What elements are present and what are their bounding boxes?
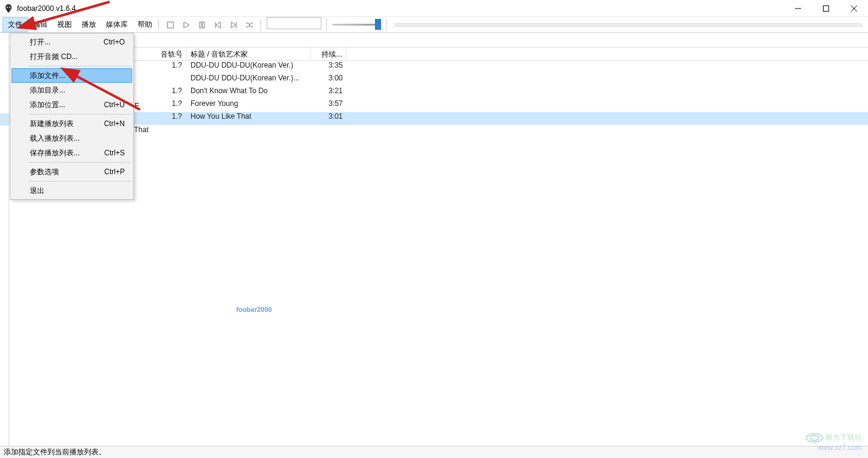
maximize-button[interactable] [812, 0, 840, 17]
menu-separator [29, 162, 131, 163]
table-row[interactable]: 1.? How You Like That 3:01 [9, 112, 868, 125]
toolbar-separator [261, 19, 262, 30]
window-controls [784, 0, 868, 17]
cell-title: How You Like That [187, 112, 311, 125]
cell-track-no: 1.? [154, 61, 187, 74]
menu-help[interactable]: 帮助 [133, 17, 157, 32]
playback-toolbar [161, 17, 259, 32]
cell-title: Don't Know What To Do [187, 86, 311, 99]
menu-label: 打开... [30, 37, 51, 48]
cell-track-no: 1.? [154, 112, 187, 125]
menu-label: 添加目录... [30, 85, 65, 96]
corner-watermark: 极光下载站 www.xz7.com [805, 432, 862, 452]
menu-shortcut: Ctrl+N [104, 119, 132, 128]
status-text: 添加指定文件到当前播放列表。 [4, 447, 106, 457]
col-title-artist[interactable]: 标题 / 音轨艺术家 [187, 48, 311, 60]
file-menu-dropdown: 打开...Ctrl+O 打开音频 CD... 添加文件... 添加目录... 添… [10, 33, 134, 200]
cell-track-no: 1.? [154, 86, 187, 99]
toolbar-separator [326, 19, 327, 30]
menu-save-playlist[interactable]: 保存播放列表...Ctrl+S [12, 146, 132, 160]
svg-point-15 [810, 435, 819, 440]
svg-rect-7 [203, 22, 205, 28]
title-bar: foobar2000 v1.6.4 [0, 0, 868, 17]
next-icon[interactable] [229, 20, 239, 30]
table-row[interactable]: 1.? Don't Know What To Do 3:21 [9, 86, 868, 99]
menu-shortcut: Ctrl+O [103, 38, 132, 46]
window-title: foobar2000 v1.6.4 [17, 4, 76, 13]
menu-view[interactable]: 视图 [52, 17, 77, 32]
center-watermark: foobar2000 [236, 306, 272, 313]
app-icon [4, 4, 13, 13]
cell-track-no: 1.? [154, 99, 187, 112]
prev-icon[interactable] [213, 20, 223, 30]
menu-edit[interactable]: 编辑 [28, 17, 52, 32]
cell-title: DDU-DU DDU-DU(Korean Ver.)... [187, 74, 311, 86]
col-duration[interactable]: 持续... [311, 48, 346, 60]
svg-rect-1 [824, 5, 829, 11]
menu-shortcut: Ctrl+S [104, 149, 132, 157]
cell-duration: 3:35 [311, 61, 346, 74]
playlist-tabs[interactable]: E [9, 33, 868, 48]
menu-label: 保存播放列表... [30, 148, 80, 158]
menu-preferences[interactable]: 参数选项Ctrl+P [12, 164, 132, 179]
menu-shortcut: Ctrl+U [104, 100, 132, 109]
main-panel: E 音轨号 标题 / 音轨艺术家 持续... 1.? DDU-DU DDU-DU… [9, 33, 868, 446]
status-bar: 添加指定文件到当前播放列表。 [0, 446, 868, 458]
toolbar-separator [386, 19, 387, 30]
menu-label: 添加位置... [30, 100, 65, 110]
toolbar-separator [158, 19, 159, 30]
svg-marker-5 [184, 22, 189, 28]
row-peek: That [134, 125, 149, 134]
cell-duration: 3:21 [311, 86, 346, 99]
menu-add-folder[interactable]: 添加目录... [12, 83, 132, 97]
menu-open-audio-cd[interactable]: 打开音频 CD... [12, 49, 132, 64]
cell-duration: 3:00 [311, 74, 346, 86]
menu-label: 添加文件... [30, 71, 65, 81]
cell-title: DDU-DU DDU-DU(Korean Ver.) [187, 61, 311, 74]
volume-slider[interactable] [332, 17, 381, 32]
menu-open[interactable]: 打开...Ctrl+O [12, 35, 132, 49]
sidebar-selection[interactable] [0, 113, 9, 125]
svg-rect-6 [200, 22, 201, 28]
seek-bar[interactable] [388, 17, 868, 32]
playback-order-dropdown[interactable] [267, 17, 321, 29]
menu-separator [29, 66, 131, 66]
menu-load-playlist[interactable]: 载入播放列表... [12, 131, 132, 146]
watermark-line2: www.xz7.com [817, 443, 862, 452]
menu-bar: 文件 编辑 视图 播放 媒体库 帮助 [0, 17, 868, 33]
menu-label: 退出 [30, 186, 44, 196]
playlist-body: 1.? DDU-DU DDU-DU(Korean Ver.) 3:35 DDU-… [9, 61, 868, 125]
menu-library[interactable]: 媒体库 [101, 17, 133, 32]
pause-icon[interactable] [197, 20, 207, 30]
svg-marker-10 [231, 22, 236, 28]
sidebar [0, 33, 9, 446]
col-track-no[interactable]: 音轨号 [154, 48, 187, 60]
random-icon[interactable] [245, 20, 254, 30]
tab-peek: E [135, 102, 139, 110]
menu-shortcut: Ctrl+P [104, 167, 132, 176]
playlist-header: 音轨号 标题 / 音轨艺术家 持续... [9, 48, 868, 61]
volume-thumb[interactable] [375, 19, 381, 30]
cell-duration: 3:57 [311, 99, 346, 112]
menu-play[interactable]: 播放 [77, 17, 101, 32]
play-icon[interactable] [181, 20, 191, 30]
menu-add-files[interactable]: 添加文件... [12, 68, 132, 83]
stop-icon[interactable] [166, 20, 175, 30]
menu-label: 载入播放列表... [30, 133, 80, 144]
menu-new-playlist[interactable]: 新建播放列表Ctrl+N [12, 116, 132, 131]
table-row[interactable]: 1.? DDU-DU DDU-DU(Korean Ver.) 3:35 [9, 61, 868, 74]
menu-separator [29, 114, 131, 114]
menu-exit[interactable]: 退出 [12, 183, 132, 198]
menu-file[interactable]: 文件 [2, 17, 28, 32]
menu-separator [29, 181, 131, 181]
menu-add-location[interactable]: 添加位置...Ctrl+U [12, 97, 132, 112]
table-row[interactable]: DDU-DU DDU-DU(Korean Ver.)... 3:00 [9, 74, 868, 86]
minimize-button[interactable] [784, 0, 812, 17]
cell-track-no [154, 74, 187, 86]
cell-duration: 3:01 [311, 112, 346, 125]
watermark-line1: 极光下载站 [825, 433, 862, 442]
menu-label: 参数选项 [30, 167, 59, 177]
svg-rect-4 [167, 22, 173, 28]
menu-label: 打开音频 CD... [30, 52, 78, 62]
close-button[interactable] [840, 0, 868, 17]
